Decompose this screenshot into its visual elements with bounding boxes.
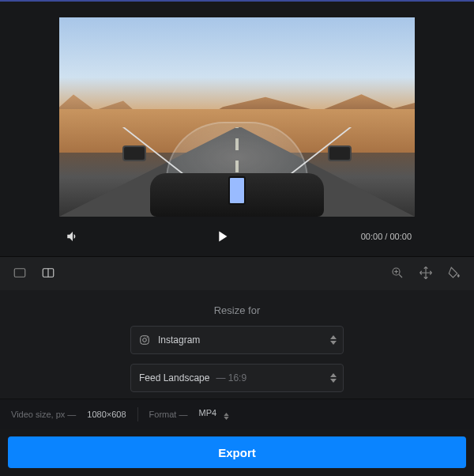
layout-split-button[interactable] <box>36 261 60 287</box>
paint-bucket-icon <box>447 266 461 280</box>
layout-single-button[interactable] <box>8 261 32 287</box>
duration: 00:00 <box>389 232 412 241</box>
fill-button[interactable] <box>442 261 466 287</box>
timecode: 00:00 / 00:00 <box>361 232 412 241</box>
preview-pane: 00:00 / 00:00 <box>0 2 474 256</box>
stepper-icon <box>330 373 337 383</box>
toolbar <box>0 257 474 290</box>
svg-point-9 <box>147 337 148 338</box>
svg-line-4 <box>399 274 402 278</box>
layout-single-icon <box>13 266 27 280</box>
svg-rect-0 <box>14 268 25 277</box>
video-preview[interactable] <box>59 17 415 217</box>
play-icon <box>213 228 231 245</box>
current-time: 00:00 <box>361 232 383 241</box>
aspect-label: Feed Landscape <box>139 372 209 383</box>
move-button[interactable] <box>414 261 438 287</box>
format-value: MP4 <box>199 408 217 417</box>
format-select[interactable]: MP4 <box>199 408 230 420</box>
platform-value: Instagram <box>158 334 200 346</box>
aspect-select[interactable]: Feed Landscape — 16:9 <box>130 364 344 392</box>
volume-button[interactable] <box>62 226 83 247</box>
resize-title: Resize for <box>214 304 261 316</box>
stepper-icon <box>330 335 337 345</box>
instagram-icon <box>139 334 150 346</box>
video-size-value: 1080×608 <box>87 410 126 419</box>
svg-point-8 <box>143 338 147 342</box>
export-button[interactable]: Export <box>8 436 466 468</box>
move-icon <box>419 266 433 280</box>
player-controls: 00:00 / 00:00 <box>59 217 415 256</box>
zoom-button[interactable] <box>386 261 409 287</box>
aspect-ratio: — 16:9 <box>216 372 246 383</box>
format-label: Format — <box>149 410 188 419</box>
svg-rect-7 <box>141 336 149 345</box>
footer-bar: Video size, px — 1080×608 Format — MP4 <box>0 399 474 429</box>
resize-pane: Resize for Instagram Feed Landscape — 16… <box>0 290 474 399</box>
play-button[interactable] <box>210 225 234 248</box>
zoom-in-icon <box>390 266 404 280</box>
layout-split-icon <box>41 266 55 280</box>
volume-icon <box>66 229 80 244</box>
video-size-label: Video size, px — <box>11 410 76 419</box>
separator <box>137 407 138 421</box>
platform-select[interactable]: Instagram <box>130 326 344 354</box>
app-root: 00:00 / 00:00 <box>0 0 474 476</box>
stepper-icon <box>224 413 229 420</box>
